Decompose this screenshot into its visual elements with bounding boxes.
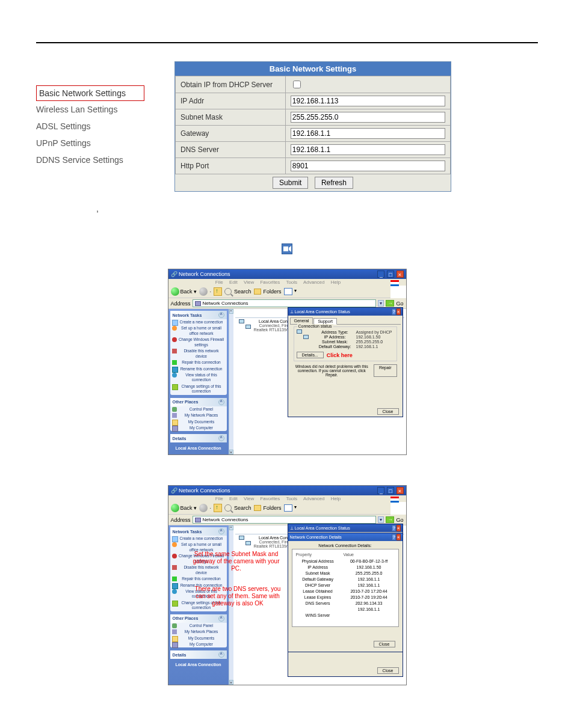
port-label: Http Port — [176, 158, 286, 174]
gw-label: Gateway — [176, 126, 286, 142]
xp1-title: 🔗 Network Connections — [171, 271, 230, 277]
tab-general[interactable]: General — [290, 317, 313, 324]
dns-label: DNS Server — [176, 142, 286, 158]
xp2-menubar: File Edit View Favorites Tools Advanced … — [168, 495, 406, 502]
sidebar-adsl[interactable]: ADSL Settings — [36, 118, 144, 135]
ip-input[interactable] — [291, 96, 445, 106]
close-icon[interactable]: × — [397, 271, 404, 278]
task-rename[interactable]: Rename this connection — [170, 366, 227, 372]
close-icon[interactable]: × — [397, 534, 401, 540]
close-icon[interactable]: × — [397, 308, 401, 315]
status-dialog-title: ⊥ Local Area Connection Status ?× — [288, 308, 403, 316]
details-button[interactable]: Details... — [297, 352, 324, 358]
dhcp-checkbox[interactable] — [293, 81, 301, 88]
settings-sidebar: Basic Network Settings Wireless Lan Sett… — [36, 85, 144, 168]
details-dialog: Network Connection Details ?× Network Co… — [288, 533, 403, 652]
sidebar-ddns[interactable]: DDNS Service Settings — [36, 151, 144, 168]
folders-icon[interactable] — [254, 505, 261, 511]
folders-icon[interactable] — [254, 289, 261, 295]
xp1-sidepane: Network Tasks^ Create a new connection S… — [168, 309, 229, 454]
collapse-icon[interactable]: ^ — [218, 312, 224, 318]
other-places-header[interactable]: Other Places^ — [170, 398, 227, 406]
maximize-icon[interactable]: □ — [387, 487, 394, 494]
task-change[interactable]: Change settings of this connection — [170, 384, 227, 395]
address-dropdown[interactable]: ▾ — [378, 300, 384, 307]
address-input[interactable]: Network Connections — [193, 299, 377, 307]
connection-icon — [297, 329, 310, 340]
gw-input[interactable] — [291, 128, 445, 139]
status-dialog: ⊥ Local Area Connection Status ?× Genera… — [288, 307, 403, 417]
basic-network-settings-panel: Basic Network Settings Obtain IP from DH… — [174, 61, 451, 192]
details-header[interactable]: Details^ — [170, 434, 227, 442]
annotation-2: There are two DNS servers, you can set a… — [191, 586, 285, 607]
mask-input[interactable] — [291, 112, 445, 123]
go-button[interactable]: → — [386, 300, 394, 307]
go-button[interactable]: → — [386, 516, 394, 523]
forward-button — [199, 504, 208, 512]
connection-icon — [239, 536, 252, 546]
connection-status-legend: Connection status — [297, 324, 333, 328]
views-icon[interactable] — [284, 504, 292, 512]
maximize-icon[interactable]: □ — [387, 271, 394, 278]
task-status[interactable]: View status of this connection — [170, 372, 227, 384]
other-my-computer[interactable]: My Computer — [170, 425, 227, 431]
hint-text: Windows did not detect problems with thi… — [294, 364, 370, 377]
xp1-main: LAN or High-Speed Internet Local Area Co… — [233, 309, 406, 454]
sidebar-basic-network[interactable]: Basic Network Settings — [36, 85, 144, 101]
other-control-panel[interactable]: Control Panel — [170, 406, 227, 412]
back-button[interactable]: Back ▾ — [171, 287, 197, 296]
network-tasks-header[interactable]: Network Tasks^ — [170, 311, 227, 319]
address-dropdown[interactable]: ▾ — [378, 516, 384, 523]
connection-icon — [239, 319, 252, 330]
refresh-button[interactable]: Refresh — [315, 177, 353, 189]
minimize-icon[interactable]: _ — [377, 487, 384, 494]
minimize-icon[interactable]: _ — [377, 271, 384, 278]
repair-button[interactable]: Repair — [374, 364, 397, 377]
ip-label: IP Addr — [176, 93, 286, 109]
details-close-button[interactable]: Close — [374, 641, 395, 647]
up-icon[interactable] — [214, 287, 222, 296]
search-icon[interactable] — [224, 504, 232, 512]
back-button[interactable]: Back ▾ — [171, 504, 197, 512]
search-icon[interactable] — [224, 288, 232, 295]
forward-button — [199, 287, 208, 296]
address-input[interactable]: Network Connections — [193, 516, 377, 524]
other-my-documents[interactable]: My Documents — [170, 419, 227, 425]
port-input[interactable] — [291, 161, 445, 171]
close-icon[interactable]: × — [397, 525, 401, 531]
settings-table: Obtain IP from DHCP Server IP Addr Subne… — [175, 76, 451, 174]
xp-screenshot-2: 🔗 Network Connections _ □ × File Edit Vi… — [168, 485, 407, 685]
xp2-toolbar: Back ▾ · Search Folders — [168, 502, 390, 515]
close-icon[interactable]: × — [397, 487, 404, 494]
up-icon[interactable] — [214, 504, 222, 512]
side-scrollbar[interactable]: ^ v — [229, 309, 233, 454]
close-button[interactable]: Close — [377, 408, 399, 415]
close-button[interactable]: Close — [377, 667, 399, 674]
help-icon[interactable]: ? — [392, 308, 395, 315]
flag-icon — [390, 280, 399, 286]
details-sub: Local Area Connection — [170, 445, 227, 451]
task-repair[interactable]: Repair this connection — [170, 359, 227, 366]
other-network-places[interactable]: My Network Places — [170, 412, 227, 418]
details-table: PropertyValue Physical Address00-F8-B0-0… — [294, 551, 397, 619]
task-firewall[interactable]: Change Windows Firewall settings — [170, 337, 227, 348]
views-icon[interactable] — [284, 288, 292, 295]
task-new-conn[interactable]: Create a new connection — [170, 319, 227, 325]
svg-marker-1 — [289, 246, 291, 252]
xp1-toolbar: Back ▾ · Search Folders — [168, 286, 390, 298]
help-icon[interactable]: ? — [392, 525, 395, 531]
xp-screenshot-1: 🔗 Network Connections _ □ × File Edit Vi… — [168, 269, 407, 455]
sidebar-wireless[interactable]: Wireless Lan Settings — [36, 101, 144, 118]
video-icon — [282, 243, 292, 254]
click-here-annotation: Click here — [327, 352, 353, 358]
annotation-1: Set the same Subnet Mask and gateway of … — [191, 551, 282, 572]
help-icon[interactable]: ? — [392, 534, 395, 540]
task-disable[interactable]: Disable this network device — [170, 348, 227, 359]
dns-input[interactable] — [291, 144, 445, 155]
xp2-titlebar: 🔗 Network Connections _ □ × — [168, 486, 406, 495]
task-home-net[interactable]: Set up a home or small office network — [170, 325, 227, 337]
panel-title: Basic Network Settings — [175, 62, 451, 76]
sidebar-upnp[interactable]: UPnP Settings — [36, 135, 144, 151]
caption-comma: , — [36, 204, 538, 213]
submit-button[interactable]: Submit — [273, 177, 308, 189]
